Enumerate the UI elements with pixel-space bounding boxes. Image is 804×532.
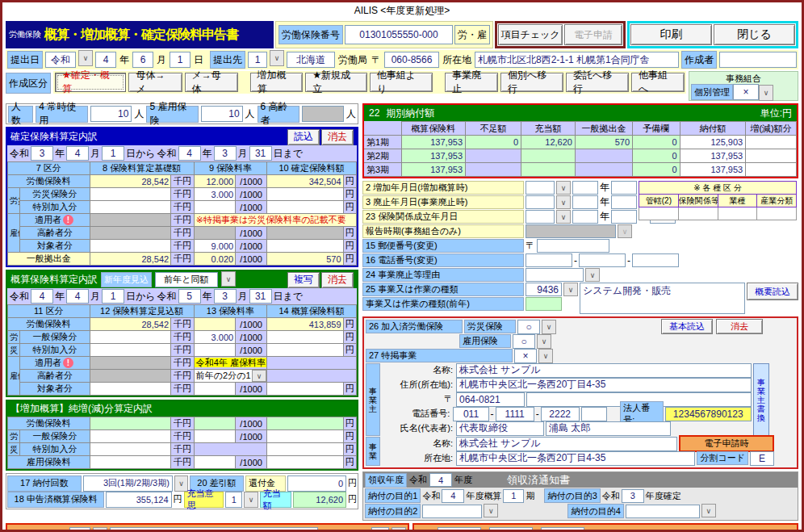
base-cell[interactable] — [90, 240, 171, 253]
count-regular-input[interactable]: 10 — [90, 106, 132, 122]
tel-change-1[interactable] — [526, 253, 572, 267]
owner-postal-input[interactable]: 064-0821 — [456, 392, 525, 407]
abolish-reason-dropdown-icon[interactable] — [585, 268, 600, 282]
bunkatsu-input[interactable]: E — [750, 451, 774, 466]
estimate-day-from[interactable]: 1 — [102, 289, 124, 304]
category-to-entrust-button[interactable]: 委託へ移行 — [566, 73, 629, 92]
category-from-other-button[interactable]: 他事組より — [370, 73, 433, 92]
amount-cell[interactable] — [267, 430, 343, 443]
tel-2-input[interactable]: 7777 — [489, 527, 533, 532]
cell[interactable] — [746, 136, 797, 149]
estimate-copy-button[interactable]: 複写 — [287, 272, 320, 288]
dest-no-select[interactable]: 1 — [248, 52, 267, 68]
rep-title-input[interactable]: 代表取締役 — [456, 421, 544, 436]
rate-cell[interactable] — [194, 344, 235, 357]
settled-year-from[interactable]: 3 — [31, 146, 53, 161]
amount-cell[interactable] — [267, 383, 343, 396]
daikou-dropdown-icon[interactable] — [392, 527, 406, 532]
base-cell[interactable]: 28,542 — [90, 318, 171, 331]
purpose1-year[interactable]: 4 — [442, 489, 464, 503]
cell[interactable]: 137,953 — [680, 149, 746, 163]
category-settled-estimate-button[interactable]: ★確定・概算 — [55, 73, 126, 92]
increase-era-select[interactable] — [526, 181, 555, 195]
amount-cell[interactable] — [267, 417, 343, 430]
abolish-era-select[interactable] — [526, 195, 555, 209]
estimate-day-to[interactable]: 31 — [249, 289, 272, 304]
owner-rewrite-button[interactable]: 事業主書換 — [753, 363, 769, 436]
settled-month-from[interactable]: 4 — [66, 146, 89, 161]
estimate-clear-button[interactable]: 消去 — [321, 272, 354, 288]
mikomi-select[interactable]: 前年と同額 — [155, 272, 218, 287]
amount-cell[interactable] — [267, 188, 343, 201]
koyou-dropdown-icon[interactable] — [537, 334, 551, 349]
denshi-shinsei-button[interactable]: 電子申請時 — [679, 435, 774, 452]
rate-cell[interactable] — [194, 383, 235, 396]
rate-cell[interactable]: 9.000 — [194, 240, 235, 253]
kubun-cell[interactable] — [678, 207, 718, 220]
sharoushi-select[interactable] — [69, 527, 90, 532]
dest-dropdown-icon[interactable] — [270, 50, 284, 66]
owner-name-input[interactable]: 株式会社 サンプル — [456, 363, 752, 378]
tokkei-select[interactable]: × — [514, 349, 537, 363]
purpose1-period[interactable]: 1 — [503, 489, 524, 503]
koyou-select[interactable]: ○ — [513, 334, 535, 349]
category-botai-me-button[interactable]: 母体→メ — [128, 73, 182, 92]
rousai-dropdown-icon[interactable] — [542, 320, 556, 334]
owner-tel-2[interactable]: 1111 — [496, 407, 534, 421]
tokkei-dropdown-icon[interactable] — [538, 349, 553, 363]
abolish-reason-select[interactable] — [526, 268, 584, 282]
abolish-year[interactable] — [572, 195, 598, 209]
submit-era-dropdown-icon[interactable] — [78, 50, 93, 66]
increase-year[interactable] — [572, 181, 598, 195]
rate-cell[interactable] — [194, 456, 235, 469]
category-increase-button[interactable]: 増加概算 — [250, 73, 304, 92]
settled-clear-button[interactable]: 消去 — [321, 129, 354, 145]
refund-value[interactable]: 0 — [287, 475, 346, 492]
kobetsu-kanri-value[interactable]: × — [733, 84, 759, 100]
postal-input[interactable]: 060-8566 — [384, 52, 439, 68]
daikou-select[interactable] — [371, 527, 389, 532]
address-input[interactable]: 札幌市北区北8西2-1-1 札幌第1合同庁舎 — [475, 52, 679, 68]
amount-cell[interactable]: 413,859 — [267, 318, 343, 331]
base-cell[interactable] — [90, 344, 171, 357]
cell[interactable]: 125,903 — [680, 136, 746, 149]
rep-name-input[interactable]: 浦島 太郎 — [546, 421, 671, 436]
cell[interactable] — [746, 149, 797, 163]
cell[interactable]: 137,953 — [680, 163, 746, 177]
abolish-month[interactable] — [611, 195, 637, 209]
dest-name-value[interactable]: 北海道 — [287, 52, 335, 68]
submit-era-select[interactable]: 令和 — [45, 52, 76, 68]
payment-count-select[interactable]: 3回(1期/2期/3期) — [83, 475, 173, 492]
amount-cell[interactable]: 570 — [267, 253, 343, 266]
rousai-select[interactable]: ○ — [517, 320, 540, 334]
category-me-botai-button[interactable]: メ→母体 — [185, 73, 238, 92]
base-cell[interactable] — [90, 201, 171, 214]
increase-month[interactable] — [611, 181, 637, 195]
mikomi-dropdown-icon[interactable] — [221, 271, 236, 287]
tel-change-3[interactable] — [632, 253, 679, 267]
settled-day-from[interactable]: 1 — [102, 146, 124, 161]
purpose3-year[interactable]: 3 — [622, 489, 644, 503]
kubun-cell[interactable] — [718, 207, 757, 220]
establish-year[interactable] — [572, 210, 598, 224]
settled-day-to[interactable]: 31 — [249, 146, 272, 161]
estimate-month-to[interactable]: 3 — [214, 289, 237, 304]
declared-value[interactable]: 355,124 — [106, 492, 171, 508]
establish-era-dropdown-icon[interactable] — [556, 210, 571, 224]
amount-cell[interactable] — [267, 344, 343, 357]
half-dropdown-icon[interactable] — [252, 370, 266, 382]
business-name-input[interactable]: 株式会社 サンプル — [456, 437, 677, 451]
category-to-individual-button[interactable]: 個別へ移行 — [500, 73, 563, 92]
postal-change-input[interactable] — [537, 239, 609, 253]
establish-month[interactable] — [611, 210, 637, 224]
base-cell[interactable] — [90, 430, 171, 443]
count-employment-input[interactable]: 10 — [201, 106, 243, 122]
tel-1-input[interactable]: 011 — [438, 527, 481, 532]
category-new-button[interactable]: ★新規成立 — [305, 73, 367, 92]
author-input[interactable] — [719, 52, 797, 68]
overview-load-button[interactable]: 概要読込 — [747, 283, 798, 300]
sharoushi-name-input[interactable]: 北海 道央 — [110, 527, 318, 532]
establish-era-select[interactable] — [526, 210, 555, 224]
submit-day-input[interactable]: 1 — [170, 52, 191, 68]
settled-month-to[interactable]: 3 — [214, 146, 237, 161]
